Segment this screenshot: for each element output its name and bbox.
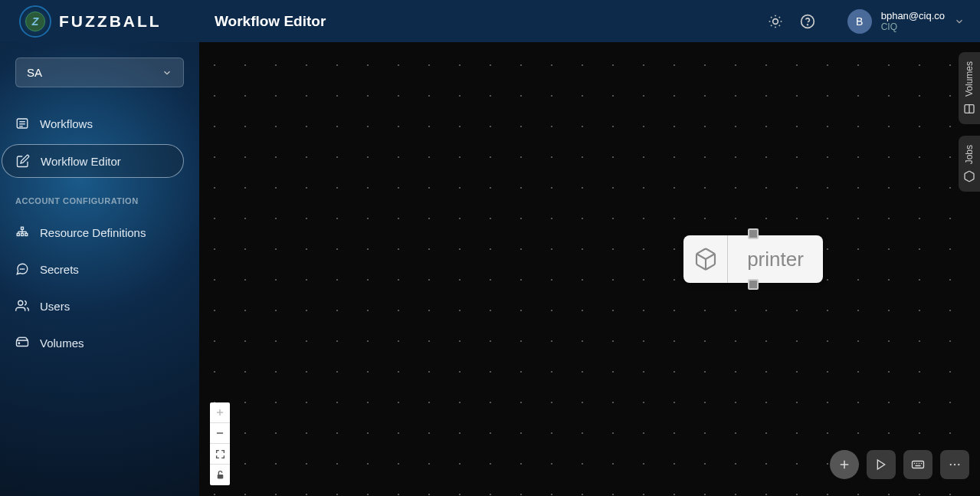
cube-icon [963, 170, 975, 182]
volumes-icon [15, 336, 29, 350]
user-info: bphan@ciq.co CIQ [881, 10, 945, 33]
zoom-controls [210, 402, 230, 485]
sidebar-item-label: Workflows [40, 117, 93, 130]
svg-point-0 [772, 18, 778, 24]
sidebar-item-resource-definitions[interactable]: Resource Definitions [8, 216, 184, 248]
svg-point-40 [954, 464, 955, 465]
header-icons: B bphan@ciq.co CIQ [768, 9, 965, 34]
svg-point-16 [20, 269, 21, 270]
svg-point-21 [18, 343, 20, 344]
keyboard-button[interactable] [903, 450, 932, 479]
workflows-icon [15, 117, 29, 130]
canvas-action-buttons [830, 450, 969, 479]
sidebar-item-label: Secrets [40, 263, 79, 276]
svg-point-19 [18, 301, 23, 305]
svg-point-17 [22, 269, 23, 270]
svg-rect-8 [17, 234, 19, 236]
volumes-panel-tab[interactable]: Volumes [959, 52, 980, 124]
org-selector[interactable]: SA [15, 57, 184, 87]
drive-icon [963, 103, 975, 115]
node-label: printer [728, 248, 823, 271]
app-header: Z FUZZBALL Workflow Editor B bphan@ciq.c… [0, 0, 980, 42]
run-button[interactable] [867, 450, 896, 479]
add-node-button[interactable] [830, 450, 859, 479]
sidebar-item-label: Volumes [40, 337, 84, 350]
user-company: CIQ [881, 21, 945, 32]
users-icon [15, 299, 29, 313]
sidebar-item-volumes[interactable]: Volumes [8, 327, 184, 359]
lock-button[interactable] [210, 465, 230, 485]
secrets-icon [15, 262, 29, 276]
page-title: Workflow Editor [199, 13, 326, 30]
logo-area: Z FUZZBALL [0, 5, 199, 38]
node-input-port[interactable] [748, 228, 759, 239]
editor-icon [16, 154, 30, 168]
sidebar-item-workflow-editor[interactable]: Workflow Editor [2, 144, 184, 178]
logo-text: FUZZBALL [59, 12, 162, 31]
svg-rect-7 [21, 227, 24, 229]
sidebar-section-header: ACCOUNT CONFIGURATION [15, 196, 184, 205]
logo-icon: Z [19, 5, 51, 38]
node-type-icon [683, 235, 728, 283]
jobs-panel-tab[interactable]: Jobs [959, 136, 980, 192]
sidebar-item-workflows[interactable]: Workflows [8, 107, 184, 140]
sidebar-item-users[interactable]: Users [8, 290, 184, 322]
svg-marker-32 [877, 460, 884, 469]
svg-point-18 [24, 269, 25, 270]
zoom-out-button[interactable] [210, 423, 230, 444]
sidebar: SA Workflows [0, 42, 199, 496]
svg-rect-10 [25, 234, 28, 236]
workflow-node[interactable]: printer [683, 235, 823, 283]
svg-point-2 [807, 24, 808, 25]
sidebar-item-label: Resource Definitions [40, 226, 146, 239]
sidebar-item-label: Workflow Editor [41, 155, 121, 168]
volumes-tab-label: Volumes [964, 61, 975, 97]
zoom-in-button[interactable] [210, 402, 230, 423]
avatar: B [847, 9, 872, 34]
workflow-canvas[interactable]: printer [199, 42, 980, 496]
chevron-down-icon [162, 67, 172, 78]
svg-rect-9 [21, 234, 24, 236]
node-output-port[interactable] [748, 279, 759, 290]
sidebar-item-label: Users [40, 300, 70, 313]
resources-icon [15, 225, 29, 239]
jobs-tab-label: Jobs [964, 145, 975, 164]
user-email: bphan@ciq.co [881, 10, 945, 22]
sidebar-item-secrets[interactable]: Secrets [8, 253, 184, 285]
user-menu[interactable]: B bphan@ciq.co CIQ [847, 9, 965, 34]
org-selector-label: SA [27, 66, 42, 79]
svg-point-41 [958, 464, 959, 465]
chevron-down-icon [954, 16, 965, 27]
more-button[interactable] [940, 450, 969, 479]
help-icon[interactable] [800, 14, 815, 29]
svg-rect-33 [913, 462, 924, 468]
fit-view-button[interactable] [210, 444, 230, 465]
svg-rect-29 [217, 475, 223, 478]
svg-point-39 [950, 464, 952, 465]
theme-toggle-icon[interactable] [768, 14, 783, 29]
